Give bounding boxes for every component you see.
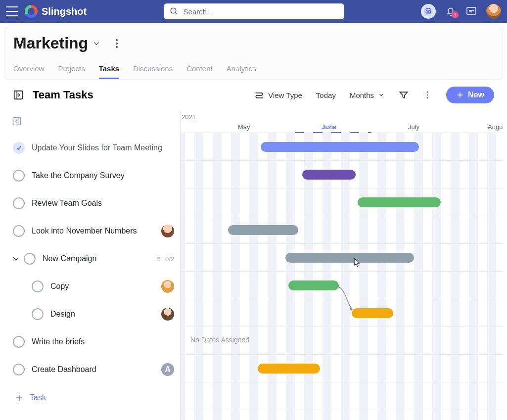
task-row[interactable]: Review Team Goals <box>12 189 175 217</box>
task-label: Review Team Goals <box>32 198 174 208</box>
new-button[interactable]: New <box>446 87 494 103</box>
workspace-dropdown[interactable] <box>92 39 101 48</box>
gantt-row[interactable] <box>181 133 503 161</box>
workspace-panel: Marketing OverviewProjectsTasksDiscussio… <box>4 27 503 80</box>
task-label: Look into November Numbers <box>32 226 154 236</box>
workspace-title: Marketing <box>13 34 88 52</box>
assignee-avatar[interactable]: A <box>161 363 174 376</box>
gantt-chart[interactable]: 2021 MayJuneJulyAugust No Dates Assigned <box>180 110 503 420</box>
gantt-bar[interactable] <box>302 170 356 180</box>
tasks-main: Update Your Slides for Team MeetingTake … <box>4 110 503 420</box>
chat-icon[interactable] <box>465 5 477 17</box>
gantt-row[interactable] <box>181 161 503 188</box>
tab-analytics[interactable]: Analytics <box>227 61 256 79</box>
gantt-bar[interactable] <box>285 253 414 263</box>
tab-discussions[interactable]: Discussions <box>133 61 173 79</box>
logo-swirl-icon <box>25 5 38 18</box>
no-dates-note: No Dates Assigned <box>190 336 249 344</box>
svg-point-13 <box>427 94 428 96</box>
subtasks-count: 0/2 <box>155 255 174 263</box>
section-title: Team Tasks <box>33 89 93 101</box>
notifications-bell-icon[interactable]: 1 <box>445 5 457 17</box>
collapse-sidebar-icon[interactable] <box>12 116 22 126</box>
gantt-row[interactable] <box>181 272 503 299</box>
gantt-row[interactable] <box>181 244 503 272</box>
svg-point-9 <box>116 46 118 47</box>
gantt-row <box>181 382 503 410</box>
month-label[interactable]: May <box>238 123 250 131</box>
add-task-button[interactable]: Task <box>12 383 175 412</box>
svg-point-12 <box>427 92 428 93</box>
task-label: Take the Company Survey <box>32 171 174 181</box>
task-label: Create Dashboard <box>32 365 154 374</box>
assignee-avatar[interactable] <box>161 225 174 237</box>
tab-overview[interactable]: Overview <box>13 61 45 79</box>
view-type-selector[interactable]: View Type <box>254 90 302 100</box>
svg-point-7 <box>116 39 118 41</box>
task-row[interactable]: Update Your Slides for Team Meeting <box>12 134 175 162</box>
tasks-toolbar: Team Tasks View Type Today Months New <box>4 80 503 110</box>
svg-rect-10 <box>14 91 23 99</box>
global-search[interactable] <box>164 3 344 19</box>
task-checkbox[interactable] <box>24 253 36 265</box>
assistant-bot-icon[interactable] <box>421 4 436 19</box>
gantt-bar[interactable] <box>352 308 393 318</box>
task-checkbox[interactable] <box>13 336 25 348</box>
more-actions-icon[interactable] <box>422 90 432 100</box>
task-label: Design <box>50 309 154 319</box>
top-nav: Slingshot 1 <box>0 0 507 23</box>
svg-point-0 <box>171 8 176 13</box>
svg-point-8 <box>116 43 118 44</box>
timeline-header: MayJuneJulyAugust <box>181 123 503 133</box>
task-row[interactable]: Copy <box>12 273 175 300</box>
task-row[interactable]: Take the Company Survey <box>12 162 175 189</box>
task-checkbox[interactable] <box>32 280 44 292</box>
gantt-bar[interactable] <box>258 364 320 373</box>
task-checkbox[interactable] <box>13 364 25 375</box>
search-input[interactable] <box>164 3 344 19</box>
task-checkbox[interactable] <box>13 170 25 182</box>
task-list: Update Your Slides for Team MeetingTake … <box>4 110 180 420</box>
assignee-avatar[interactable] <box>161 280 174 293</box>
workspace-more-icon[interactable] <box>111 38 123 49</box>
assignee-avatar[interactable] <box>161 308 174 321</box>
filter-button[interactable] <box>399 90 409 100</box>
tab-projects[interactable]: Projects <box>58 61 85 79</box>
gantt-bar[interactable] <box>228 225 298 235</box>
task-checkbox[interactable] <box>13 225 25 237</box>
gantt-row[interactable] <box>181 216 503 244</box>
task-row[interactable]: Design <box>12 300 175 328</box>
menu-icon[interactable] <box>6 6 18 16</box>
svg-point-4 <box>426 11 428 13</box>
user-avatar[interactable] <box>486 4 501 19</box>
task-row[interactable]: Create DashboardA <box>12 356 175 383</box>
svg-rect-17 <box>13 118 21 125</box>
today-button[interactable]: Today <box>316 91 336 99</box>
view-type-label: View Type <box>268 91 302 99</box>
task-row[interactable]: Look into November Numbers <box>12 217 175 245</box>
gantt-row[interactable] <box>181 299 503 327</box>
task-checkbox[interactable] <box>13 142 25 154</box>
gantt-bar[interactable] <box>358 197 441 207</box>
gantt-row[interactable] <box>181 188 503 216</box>
month-label[interactable]: June <box>322 123 336 131</box>
task-row[interactable]: Write the briefs <box>12 328 175 356</box>
gantt-row[interactable]: No Dates Assigned <box>181 327 503 355</box>
timescale-selector[interactable]: Months <box>350 91 385 99</box>
task-label: Write the briefs <box>32 337 174 347</box>
expand-panel-icon[interactable] <box>13 90 24 100</box>
timeline-year: 2021 <box>182 113 196 121</box>
task-row[interactable]: New Campaign0/2 <box>12 245 175 273</box>
month-label[interactable]: July <box>408 123 419 131</box>
task-checkbox[interactable] <box>13 197 25 209</box>
gantt-row[interactable] <box>181 355 503 382</box>
app-logo[interactable]: Slingshot <box>25 5 87 18</box>
expand-caret-icon[interactable] <box>11 254 21 264</box>
task-checkbox[interactable] <box>32 308 44 320</box>
month-label[interactable]: August <box>488 123 503 131</box>
tab-tasks[interactable]: Tasks <box>99 61 119 79</box>
task-label: Update Your Slides for Team Meeting <box>32 143 174 153</box>
gantt-bar[interactable] <box>288 280 339 290</box>
gantt-bar[interactable] <box>261 142 419 152</box>
tab-content[interactable]: Content <box>186 61 213 79</box>
